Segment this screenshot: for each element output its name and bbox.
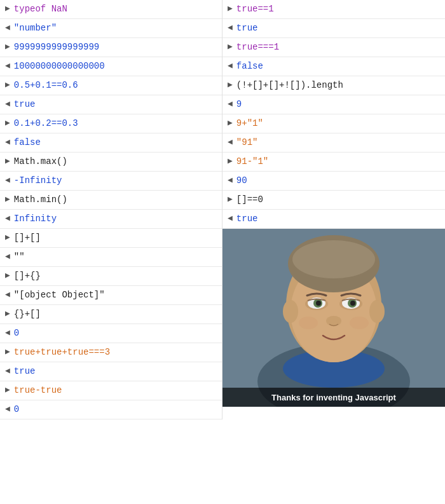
output-arrow: ◀	[228, 99, 233, 110]
code-output-row: ◀-Infinity	[0, 172, 222, 191]
main-container: ▶typeof NaN◀"number"▶9999999999999999◀10…	[0, 0, 445, 419]
svg-point-17	[350, 301, 355, 306]
code-text: 0	[14, 404, 19, 416]
code-output-row: ◀9	[222, 95, 445, 114]
code-input-row: ▶true-true	[0, 381, 222, 400]
code-text: 10000000000000000	[14, 60, 105, 73]
svg-point-19	[299, 317, 318, 329]
output-arrow: ◀	[228, 175, 233, 186]
code-text: (!+[]+[]+![]).length	[236, 79, 343, 92]
code-input-row: ▶true===1	[222, 38, 445, 57]
left-column: ▶typeof NaN◀"number"▶9999999999999999◀10…	[0, 0, 222, 419]
output-arrow: ◀	[5, 289, 10, 301]
code-input-row: ▶9+"1"	[222, 114, 445, 133]
output-arrow: ◀	[5, 137, 10, 148]
output-arrow: ◀	[228, 22, 233, 34]
svg-text:Thanks for inventing Javascrip: Thanks for inventing Javascript	[271, 393, 396, 402]
code-output-row: ◀Infinity	[0, 210, 222, 229]
code-output-row: ◀"[object Object]"	[0, 286, 222, 305]
input-arrow: ▶	[5, 346, 10, 358]
code-output-row: ◀""	[0, 248, 222, 267]
code-text: true-true	[14, 385, 62, 397]
code-text: -Infinity	[14, 175, 62, 187]
code-input-row: ▶true==1	[222, 0, 445, 19]
code-output-row: ◀0	[0, 324, 222, 343]
code-output-row: ◀10000000000000000	[0, 57, 222, 76]
code-text: {}+[]	[14, 308, 41, 321]
input-arrow: ▶	[5, 385, 10, 396]
code-input-row: ▶[]==0	[222, 191, 445, 210]
code-input-row: ▶0.1+0.2==0.3	[0, 114, 222, 133]
meme-image: Thanks for inventing Javascript	[222, 229, 445, 407]
input-arrow: ▶	[5, 3, 10, 15]
code-text: true==1	[236, 3, 274, 16]
code-text: "91"	[236, 137, 258, 149]
code-text: 9	[236, 99, 242, 111]
output-arrow: ◀	[5, 99, 10, 110]
code-text: []+{}	[14, 270, 41, 283]
code-input-row: ▶typeof NaN	[0, 0, 222, 19]
input-arrow: ▶	[5, 156, 10, 167]
code-text: []==0	[236, 194, 263, 207]
input-arrow: ▶	[228, 3, 233, 15]
svg-point-18	[326, 316, 341, 326]
code-input-row: ▶Math.min()	[0, 191, 222, 210]
input-arrow: ▶	[5, 270, 10, 282]
code-output-row: ◀0	[0, 400, 222, 419]
input-arrow: ▶	[5, 118, 10, 129]
code-text: 91-"1"	[236, 156, 268, 168]
code-input-row: ▶Math.max()	[0, 153, 222, 172]
code-input-row: ▶[]+[]	[0, 229, 222, 248]
code-output-row: ◀"91"	[222, 133, 445, 153]
code-text: "[object Object]"	[14, 289, 105, 302]
code-text: true	[14, 365, 36, 378]
code-text: 0.5+0.1==0.6	[14, 79, 78, 92]
code-text: []+[]	[14, 232, 41, 245]
output-arrow: ◀	[228, 60, 233, 72]
code-text: 9+"1"	[236, 118, 263, 130]
input-arrow: ▶	[228, 41, 233, 53]
code-output-row: ◀90	[222, 172, 445, 191]
input-arrow: ▶	[228, 156, 233, 167]
code-output-row: ◀true	[222, 210, 445, 229]
code-input-row: ▶9999999999999999	[0, 38, 222, 57]
output-arrow: ◀	[228, 137, 233, 148]
code-output-row: ◀true	[222, 19, 445, 38]
code-input-row: ▶0.5+0.1==0.6	[0, 76, 222, 95]
code-text: 90	[236, 175, 247, 187]
code-text: Infinity	[14, 213, 57, 226]
code-text: "number"	[14, 22, 57, 35]
output-arrow: ◀	[5, 213, 10, 224]
code-output-row: ◀true	[0, 95, 222, 114]
svg-point-8	[283, 300, 298, 323]
input-arrow: ▶	[228, 79, 233, 91]
code-text: Math.max()	[14, 156, 67, 168]
output-arrow: ◀	[5, 60, 10, 72]
code-input-row: ▶{}+[]	[0, 305, 222, 324]
output-arrow: ◀	[5, 365, 10, 377]
code-input-row: ▶[]+{}	[0, 267, 222, 286]
code-text: true	[236, 213, 258, 226]
code-text: ""	[14, 251, 25, 264]
code-text: true	[14, 99, 36, 111]
code-text: true===1	[236, 41, 279, 54]
output-arrow: ◀	[228, 213, 233, 224]
output-arrow: ◀	[5, 175, 10, 186]
input-arrow: ▶	[5, 79, 10, 91]
code-text: 0.1+0.2==0.3	[14, 118, 78, 130]
output-arrow: ◀	[5, 22, 10, 34]
output-arrow: ◀	[5, 327, 10, 339]
input-arrow: ▶	[228, 118, 233, 129]
input-arrow: ▶	[5, 41, 10, 53]
input-arrow: ▶	[228, 194, 233, 205]
code-text: 0	[14, 327, 19, 340]
code-text: false	[236, 60, 263, 73]
code-output-row: ◀false	[0, 133, 222, 153]
svg-point-7	[292, 240, 375, 278]
code-input-row: ▶(!+[]+[]+![]).length	[222, 76, 445, 95]
code-text: 9999999999999999	[14, 41, 99, 54]
code-output-row: ◀false	[222, 57, 445, 76]
code-text: true	[236, 22, 258, 35]
svg-point-16	[316, 301, 321, 306]
svg-point-20	[350, 317, 369, 329]
